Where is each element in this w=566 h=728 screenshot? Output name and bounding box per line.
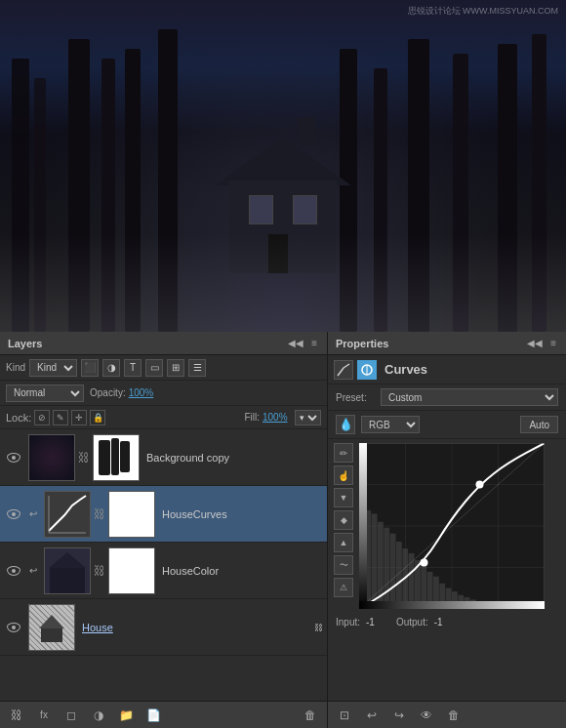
bottom-panels: Layers ◀◀ ≡ Kind Kind ⬛ ◑ T ▭ ⊞ ☰ Normal (0, 332, 566, 728)
properties-panel-header: Properties ◀◀ ≡ (328, 332, 566, 355)
opacity-group: Opacity: 100% (90, 387, 158, 398)
adjustment-filter-btn[interactable]: ◑ (102, 359, 120, 377)
output-label: Output: (396, 617, 428, 627)
shape-filter-btn[interactable]: ▭ (145, 359, 163, 377)
lock-move-btn[interactable]: ✛ (71, 410, 87, 425)
preset-select[interactable]: Custom Default Strong Contrast Linear Co… (381, 388, 558, 406)
layers-panel: Layers ◀◀ ≡ Kind Kind ⬛ ◑ T ▭ ⊞ ☰ Normal (0, 332, 328, 728)
layer-visibility-house-color[interactable] (4, 566, 23, 576)
lock-all-btn[interactable]: 🔒 (90, 410, 105, 425)
curves-warn-btn[interactable]: ⚠ (334, 578, 353, 597)
layer-row-house-color[interactable]: ↩ ⛓ HouseColor (0, 543, 327, 599)
layer-name-house-color: HouseColor (158, 565, 323, 577)
curves-container: ✏ ☝ ▼ ◆ ▲ 〜 ⚠ (328, 439, 566, 613)
eye-icon-house-color[interactable] (7, 566, 20, 576)
layer-name-background-copy: Background copy (142, 452, 323, 464)
layer-thumb-house-curves (44, 491, 91, 538)
curves-eyedropper-black-btn[interactable]: ▼ (334, 488, 353, 507)
curves-io: Input: -1 Output: -1 (328, 613, 566, 631)
props-delete-btn[interactable]: 🗑 (443, 705, 465, 726)
eye-icon-house[interactable] (7, 623, 20, 632)
props-undo-btn[interactable]: ↩ (361, 705, 383, 726)
curves-finger-btn[interactable]: ☝ (334, 465, 353, 485)
properties-panel-controls: ◀◀ ≡ (525, 338, 558, 348)
layers-blend-row: Normal Opacity: 100% (0, 381, 327, 406)
lock-position-btn[interactable]: ✎ (53, 410, 68, 425)
layers-collapse-btn[interactable]: ◀◀ (286, 338, 305, 348)
preset-label: Preset: (336, 392, 375, 403)
layers-list[interactable]: ⛓ Background copy ↩ (0, 429, 327, 701)
layer-fx-house-color: ↩ (25, 565, 41, 576)
canvas-area: 思锐设计论坛 WWW.MISSYUAN.COM (0, 0, 566, 332)
svg-rect-1 (99, 440, 110, 475)
properties-panel-title: Properties (336, 338, 388, 349)
layer-row-house-curves[interactable]: ↩ ⛓ HouseCurves (0, 486, 327, 543)
layer-chain-background-copy: ⛓ (78, 451, 90, 465)
opacity-value[interactable]: 100% (129, 387, 158, 398)
properties-collapse-btn[interactable]: ◀◀ (525, 338, 545, 348)
svg-marker-10 (39, 615, 64, 628)
eye-icon-house-curves[interactable] (7, 509, 20, 519)
layers-filter-row: Kind Kind ⬛ ◑ T ▭ ⊞ ☰ (0, 355, 327, 381)
layer-row-background-copy[interactable]: ⛓ Background copy (0, 429, 327, 486)
layer-visibility-background-copy[interactable] (4, 453, 23, 463)
channel-select[interactable]: RGB Red Green Blue (361, 416, 420, 433)
eye-icon-background-copy[interactable] (7, 453, 20, 463)
layer-link-icon: ⛓ (314, 623, 323, 632)
eyedropper-btn[interactable]: 💧 (336, 415, 355, 434)
curves-active-btn[interactable] (357, 360, 377, 380)
curves-graph[interactable] (359, 443, 560, 609)
delete-layer-btn[interactable]: 🗑 (300, 705, 321, 726)
curves-eyedropper-mid-btn[interactable]: ◆ (334, 510, 353, 530)
curves-eyedropper-white-btn[interactable]: ▲ (334, 533, 353, 552)
layers-lock-row: Lock: ⊘ ✎ ✛ 🔒 Fill: 100% ▾ (0, 406, 327, 429)
properties-bottom-bar: ⊡ ↩ ↪ 👁 🗑 (328, 701, 566, 728)
rgb-row: 💧 RGB Red Green Blue Auto (328, 411, 566, 439)
properties-panel: Properties ◀◀ ≡ Curves Preset (328, 332, 566, 728)
layers-menu-btn[interactable]: ≡ (309, 338, 319, 348)
new-fill-btn[interactable]: ◑ (88, 705, 109, 726)
new-group-btn[interactable]: 📁 (115, 705, 137, 726)
input-value[interactable]: -1 (366, 617, 375, 627)
blend-mode-select[interactable]: Normal (6, 384, 84, 402)
fill-value[interactable]: 100% (263, 412, 292, 423)
text-filter-btn[interactable]: T (124, 359, 142, 377)
curves-pencil-btn[interactable]: ✏ (334, 443, 353, 463)
opacity-label: Opacity: (90, 387, 126, 398)
svg-rect-11 (41, 628, 62, 642)
curves-wave-btn[interactable]: 〜 (334, 555, 353, 575)
auto-btn[interactable]: Auto (520, 416, 558, 433)
new-layer-btn[interactable]: 📄 (142, 705, 164, 726)
properties-menu-btn[interactable]: ≡ (548, 338, 558, 348)
layer-visibility-house[interactable] (4, 623, 23, 632)
props-clip-btn[interactable]: ⊡ (334, 705, 355, 726)
layer-thumb-house (28, 604, 75, 651)
props-visibility-btn[interactable]: 👁 (416, 705, 437, 726)
svg-rect-3 (120, 441, 130, 472)
layer-name-house-curves: HouseCurves (158, 508, 323, 520)
curves-canvas[interactable] (359, 443, 545, 609)
layer-fx-btn[interactable]: fx (33, 705, 55, 726)
smartobj-filter-btn[interactable]: ⊞ (167, 359, 184, 377)
fill-label: Fill: (244, 412, 260, 423)
fog-overlay (0, 234, 566, 332)
layer-thumb-house-color (44, 547, 91, 594)
fill-dropdown[interactable]: ▾ (295, 410, 321, 425)
layer-chain-house-color: ⛓ (94, 564, 105, 578)
add-mask-btn[interactable]: ◻ (61, 705, 82, 726)
layer-mask-background-copy (93, 434, 140, 481)
layer-chain-house-curves: ⛓ (94, 507, 105, 521)
lock-pixels-btn[interactable]: ⊘ (34, 410, 50, 425)
filter-toggle-btn[interactable]: ☰ (188, 359, 206, 377)
lock-group: Lock: ⊘ ✎ ✛ 🔒 (6, 410, 105, 425)
kind-select[interactable]: Kind (29, 359, 77, 377)
input-label: Input: (336, 617, 360, 627)
output-value[interactable]: -1 (434, 617, 443, 627)
layer-mask-house-color (108, 547, 155, 594)
props-redo-btn[interactable]: ↪ (388, 705, 410, 726)
pixel-filter-btn[interactable]: ⬛ (81, 359, 99, 377)
layer-row-house[interactable]: House ⛓ (0, 599, 327, 656)
curves-icon-btn[interactable] (334, 360, 353, 380)
link-layers-btn[interactable]: ⛓ (6, 705, 27, 726)
layer-visibility-house-curves[interactable] (4, 509, 23, 519)
